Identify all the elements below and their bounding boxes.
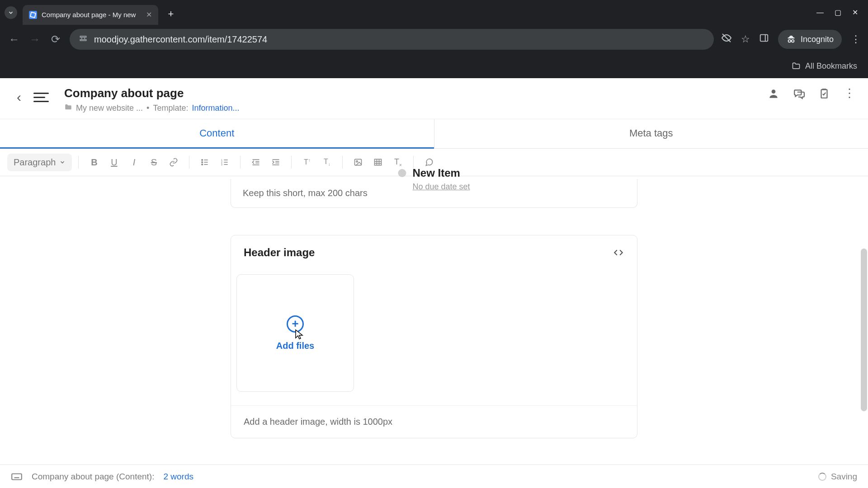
tab-strip: Company about page - My new ✕ + — ▢ ✕ xyxy=(0,0,868,25)
svg-rect-5 xyxy=(760,35,768,42)
window-close-button[interactable]: ✕ xyxy=(852,8,858,17)
add-files-button[interactable]: + Add files xyxy=(236,274,354,392)
saving-label: Saving xyxy=(831,472,857,482)
insert-table-button[interactable] xyxy=(369,153,387,171)
section-title: Header image xyxy=(244,246,315,259)
plus-circle-icon: + xyxy=(287,315,304,333)
address-bar: ← → ⟳ moodjoy.gathercontent.com/item/174… xyxy=(0,25,868,54)
svg-rect-39 xyxy=(12,474,22,479)
section-hint-text: Add a header image, width is 1000px xyxy=(231,405,637,438)
underline-button[interactable]: U xyxy=(105,153,123,171)
browser-menu-button[interactable]: ⋮ xyxy=(851,33,861,45)
app-root: ‹ Company about page My new website ... … xyxy=(0,78,868,455)
all-bookmarks-button[interactable]: All Bookmarks xyxy=(805,61,857,71)
status-bar: Company about page (Content): 2 words Sa… xyxy=(0,465,868,488)
template-link[interactable]: Information... xyxy=(192,103,239,113)
tab-close-button[interactable]: ✕ xyxy=(146,10,152,19)
upload-area: + Add files xyxy=(231,270,637,405)
scrollbar[interactable] xyxy=(861,249,867,411)
superscript-button[interactable]: T↑ xyxy=(298,153,316,171)
svg-rect-0 xyxy=(80,36,86,38)
spinner-icon xyxy=(818,473,826,481)
editor-canvas[interactable]: Keep this short, max 200 chars Header im… xyxy=(0,176,868,455)
clipboard-icon[interactable] xyxy=(818,88,830,99)
content-tabs: Content Meta tags xyxy=(0,119,868,149)
svg-rect-1 xyxy=(80,39,86,41)
sidebar-toggle-button[interactable] xyxy=(33,86,55,108)
comments-icon[interactable] xyxy=(793,88,805,99)
italic-button[interactable]: I xyxy=(125,153,143,171)
format-label: Paragraph xyxy=(14,157,56,168)
header-actions: ⋮ xyxy=(768,86,855,100)
template-prefix: Template: xyxy=(153,103,188,113)
bold-button[interactable]: B xyxy=(85,153,103,171)
svg-point-33 xyxy=(356,161,358,162)
user-icon[interactable] xyxy=(768,88,779,99)
paragraph-format-dropdown[interactable]: Paragraph xyxy=(7,154,72,171)
saving-indicator: Saving xyxy=(818,472,857,482)
sidepanel-icon[interactable] xyxy=(759,33,769,46)
folder-icon xyxy=(792,61,801,70)
svg-point-7 xyxy=(788,40,791,42)
svg-rect-32 xyxy=(355,159,362,165)
url-input[interactable]: moodjoy.gathercontent.com/item/17422574 xyxy=(70,29,714,50)
svg-point-16 xyxy=(202,164,203,165)
page-title[interactable]: Company about page xyxy=(64,86,239,100)
browser-tab[interactable]: Company about page - My new ✕ xyxy=(23,5,158,25)
incognito-badge[interactable]: Incognito xyxy=(778,30,842,49)
strikethrough-button[interactable]: S xyxy=(145,153,163,171)
svg-point-12 xyxy=(202,160,203,161)
field-hint-text: Keep this short, max 200 chars xyxy=(231,179,637,208)
nav-back-button[interactable]: ← xyxy=(7,33,21,46)
api-id-icon[interactable] xyxy=(613,247,624,258)
browser-chrome: Company about page - My new ✕ + — ▢ ✕ ← … xyxy=(0,0,868,78)
app-back-button[interactable]: ‹ xyxy=(8,86,30,108)
folder-icon xyxy=(64,103,72,113)
add-files-label: Add files xyxy=(276,341,314,351)
bookmark-star-icon[interactable]: ☆ xyxy=(741,33,750,45)
tab-content[interactable]: Content xyxy=(0,119,434,149)
subscript-button[interactable]: T↓ xyxy=(318,153,336,171)
nav-forward-button[interactable]: → xyxy=(28,33,42,46)
browser-right-icons: ☆ Incognito ⋮ xyxy=(721,30,861,49)
outdent-button[interactable] xyxy=(247,153,265,171)
window-maximize-button[interactable]: ▢ xyxy=(835,8,841,17)
tab-title: Company about page - My new xyxy=(42,11,136,19)
crumb-separator: • xyxy=(146,103,149,113)
tabs-dropdown-button[interactable] xyxy=(5,6,17,19)
footer-context-label: Company about page (Content): xyxy=(32,472,154,482)
incognito-label: Incognito xyxy=(801,35,834,44)
svg-rect-34 xyxy=(375,159,382,165)
header-image-section: Header image + Add files Add a header im… xyxy=(231,235,637,438)
chevron-down-icon xyxy=(59,159,66,165)
window-minimize-button[interactable]: — xyxy=(816,9,824,17)
svg-point-8 xyxy=(792,40,794,42)
new-tab-button[interactable]: + xyxy=(165,8,177,20)
title-block: Company about page My new website ... • … xyxy=(64,86,239,113)
tab-meta-tags[interactable]: Meta tags xyxy=(434,119,868,148)
link-button[interactable] xyxy=(165,153,183,171)
window-controls: — ▢ ✕ xyxy=(816,0,868,25)
svg-point-10 xyxy=(772,89,776,94)
project-crumb[interactable]: My new website ... xyxy=(76,103,143,113)
indent-button[interactable] xyxy=(267,153,285,171)
site-info-icon[interactable] xyxy=(79,34,88,45)
word-count-link[interactable]: 2 words xyxy=(163,472,193,482)
nav-reload-button[interactable]: ⟳ xyxy=(49,33,62,46)
more-menu-button[interactable]: ⋮ xyxy=(844,86,855,100)
eye-off-icon[interactable] xyxy=(721,33,732,46)
keyboard-shortcuts-button[interactable] xyxy=(11,471,23,483)
svg-point-14 xyxy=(202,162,203,163)
bookmark-bar: All Bookmarks xyxy=(0,54,868,78)
app-header: ‹ Company about page My new website ... … xyxy=(0,78,868,119)
bullet-list-button[interactable] xyxy=(196,153,214,171)
url-text: moodjoy.gathercontent.com/item/17422574 xyxy=(94,34,267,45)
favicon-icon xyxy=(29,11,37,19)
numbered-list-button[interactable]: 123 xyxy=(216,153,234,171)
svg-text:3: 3 xyxy=(221,163,222,166)
breadcrumb: My new website ... • Template: Informati… xyxy=(64,103,239,113)
insert-image-button[interactable] xyxy=(349,153,367,171)
